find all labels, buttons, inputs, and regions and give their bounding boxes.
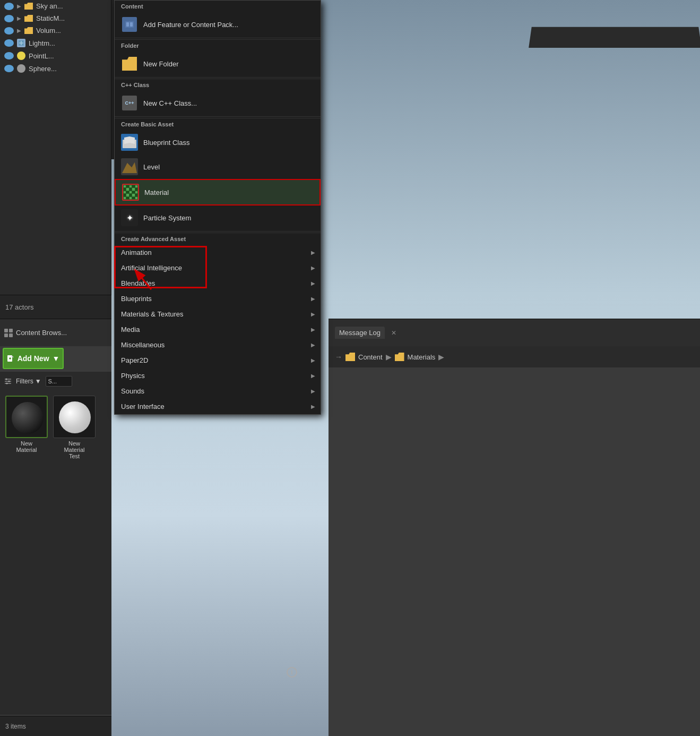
scene-item-label: PointL... [29, 52, 54, 60]
svg-rect-14 [126, 22, 129, 27]
assets-grid: NewMaterial NewMaterialTest [0, 390, 111, 715]
add-new-file-icon [7, 355, 14, 362]
scene-item-label: Sphere... [29, 65, 57, 73]
menu-divider-3 [115, 116, 321, 117]
scene-item-staticm[interactable]: ▶ StaticM... [0, 12, 111, 24]
particle-icon: ✦ [121, 209, 138, 226]
menu-item-level[interactable]: Level [115, 155, 321, 179]
breadcrumb-content[interactable]: Content [358, 353, 383, 361]
filters-label[interactable]: Filters ▼ [16, 378, 41, 385]
scene-item-sky[interactable]: ▶ Sky an... [0, 0, 111, 12]
actors-count: 17 actors [5, 303, 33, 311]
breadcrumb-materials[interactable]: Materials [408, 353, 436, 361]
visibility-icon[interactable] [4, 39, 14, 47]
folder-icon [24, 15, 33, 22]
view-options-icon [4, 378, 12, 384]
scene-item-label: StaticM... [36, 14, 65, 22]
menu-item-label: Physics [121, 372, 145, 380]
scene-item-lightm[interactable]: Lightm... [0, 37, 111, 49]
menu-item-label: Blueprint Class [143, 139, 189, 147]
pointlight-icon [17, 52, 25, 60]
asset-new-material-test[interactable]: NewMaterialTest [53, 396, 96, 459]
add-new-label: Add New [18, 354, 49, 363]
sphere-icon [17, 64, 25, 73]
menu-item-particle-system[interactable]: ✦ Particle System [115, 206, 321, 230]
visibility-icon[interactable] [4, 65, 14, 72]
expand-arrow: ▶ [17, 15, 21, 21]
breadcrumb-chevron-1: ▶ [386, 353, 392, 361]
material-black-thumbnail [5, 396, 48, 438]
breadcrumb-folder-icon-2 [395, 353, 404, 361]
content-main-area [329, 367, 700, 736]
new-folder-icon [122, 57, 137, 71]
asset-new-material[interactable]: NewMaterial [5, 396, 48, 459]
menu-item-label: User Interface [121, 403, 165, 410]
svg-point-11 [8, 380, 10, 382]
visibility-icon[interactable] [4, 52, 14, 59]
level-icon [121, 158, 138, 175]
content-browser-title: Content Brows... [16, 329, 67, 337]
menu-item-add-feature[interactable]: Add Feature or Content Pack... [115, 12, 321, 37]
menu-item-user-interface[interactable]: User Interface [115, 399, 321, 414]
add-feature-icon-container [121, 16, 138, 33]
blueprint-icon-container [121, 134, 138, 151]
menu-item-physics[interactable]: Physics [115, 368, 321, 383]
viewport-object-3 [529, 27, 700, 48]
actors-status-bar: 17 actors [0, 295, 111, 319]
menu-item-artificial-intelligence[interactable]: Artificial Intelligence [115, 260, 321, 276]
menu-divider-4 [115, 231, 321, 232]
breadcrumb-chevron-2: ▶ [438, 353, 444, 361]
menu-item-label: Sounds [121, 387, 144, 395]
menu-item-material[interactable]: Material [115, 179, 321, 206]
material-grid-shape [124, 185, 137, 199]
menu-item-label: Paper2D [121, 356, 148, 364]
menu-item-media[interactable]: Media [115, 322, 321, 337]
menu-item-label: Miscellaneous [121, 341, 165, 349]
new-folder-icon-container [121, 55, 138, 72]
menu-item-paper2d[interactable]: Paper2D [115, 353, 321, 368]
particle-icon-container: ✦ [121, 209, 138, 226]
menu-item-new-cpp[interactable]: C++ New C++ Class... [115, 91, 321, 115]
menu-item-materials-textures[interactable]: Materials & Textures [115, 306, 321, 322]
menu-item-label: Blueprints [121, 295, 152, 303]
svg-point-12 [6, 382, 8, 384]
svg-point-10 [6, 378, 7, 380]
content-browser-tab[interactable]: Content Brows... [0, 319, 111, 346]
menu-item-label: Blendables [121, 279, 155, 287]
visibility-icon[interactable] [4, 27, 14, 35]
search-input[interactable] [46, 376, 72, 387]
menu-section-folder: Folder [115, 39, 321, 52]
menu-item-blueprints[interactable]: Blueprints [115, 291, 321, 306]
menu-item-miscellaneous[interactable]: Miscellaneous [115, 337, 321, 353]
scene-item-volum[interactable]: ▶ Volum... [0, 24, 111, 37]
visibility-icon[interactable] [4, 3, 14, 10]
cpp-icon: C++ [122, 96, 137, 110]
scene-item-pointl[interactable]: PointL... [0, 49, 111, 62]
expand-arrow: ▶ [17, 28, 21, 33]
expand-arrow: ▶ [17, 3, 21, 9]
menu-section-basic-asset: Create Basic Asset [115, 118, 321, 130]
menu-item-sounds[interactable]: Sounds [115, 383, 321, 399]
message-log-close[interactable]: ✕ [391, 329, 396, 337]
material-icon [122, 184, 139, 201]
menu-item-blueprint-class[interactable]: Blueprint Class [115, 130, 321, 155]
scene-item-sphere[interactable]: Sphere... [0, 62, 111, 75]
message-log-tab: Message Log ✕ [329, 319, 700, 346]
add-new-arrow: ▼ [53, 354, 60, 363]
items-count: 3 items [5, 723, 26, 730]
asset-label: NewMaterial [16, 440, 37, 453]
menu-item-label: Level [143, 163, 160, 171]
info-icon: i [287, 667, 297, 678]
message-log-label[interactable]: Message Log [335, 327, 385, 339]
menu-item-animation[interactable]: Animation [115, 245, 321, 260]
menu-item-label: Media [121, 326, 140, 333]
lightmass-icon [17, 39, 25, 47]
folder-icon [24, 27, 33, 34]
breadcrumb-folder-icon [345, 353, 355, 361]
menu-item-new-folder[interactable]: New Folder [115, 52, 321, 76]
breadcrumb-bar: → Content ▶ Materials ▶ [329, 346, 700, 367]
menu-item-blendables[interactable]: Blendables [115, 276, 321, 291]
particle-sparkle-icon: ✦ [126, 213, 133, 223]
add-new-button[interactable]: Add New ▼ [3, 348, 64, 369]
visibility-icon[interactable] [4, 15, 14, 22]
